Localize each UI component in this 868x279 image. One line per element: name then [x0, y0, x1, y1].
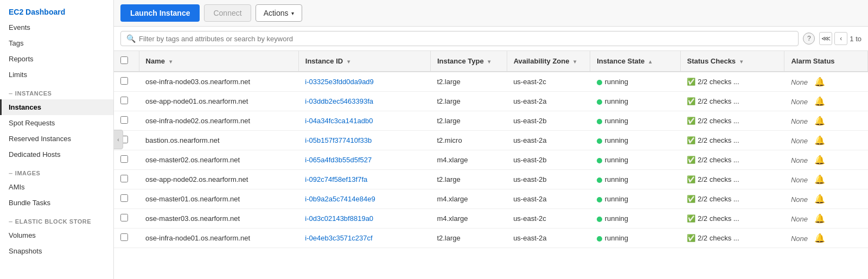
section-label: ELASTIC BLOCK STORE — [15, 218, 91, 225]
row-az: us-east-2b — [507, 111, 590, 131]
row-instance-type: m4.xlarge — [430, 189, 507, 209]
row-status: ✅2/2 checks ... — [680, 131, 784, 150]
sidebar-item-spot-requests[interactable]: Spot Requests — [0, 115, 113, 131]
sort-icon-id: ▾ — [347, 59, 350, 65]
sidebar-item-ec2dashboard[interactable]: EC2 Dashboard — [0, 0, 113, 20]
filter-bar: 🔍 ? ⋘ ‹ 1 to — [114, 27, 868, 51]
launch-instance-button[interactable]: Launch Instance — [120, 4, 200, 22]
alarm-icon[interactable]: 🔔 — [814, 233, 825, 243]
row-name: ose-app-node01.os.nearform.net — [139, 92, 298, 111]
row-instance-id[interactable]: i-03ddb2ec5463393fa — [298, 92, 430, 111]
sidebar-item-volumes[interactable]: Volumes — [0, 227, 113, 243]
row-checkbox[interactable] — [120, 77, 128, 85]
sidebar-item-tags[interactable]: Tags — [0, 35, 113, 51]
row-instance-id[interactable]: i-03325e3fdd0da9ad9 — [298, 72, 430, 92]
state-dot — [597, 158, 602, 163]
col-header-instance-type[interactable]: Instance Type ▾ — [430, 51, 507, 72]
row-status: ✅2/2 checks ... — [680, 72, 784, 92]
row-status: ✅2/2 checks ... — [680, 229, 784, 248]
pagination-first-button[interactable]: ⋘ — [819, 32, 832, 45]
row-name: ose-infra-node01.os.nearform.net — [139, 229, 298, 248]
chevron-down-icon: ▾ — [291, 10, 294, 16]
row-checkbox-cell — [114, 72, 139, 92]
row-az: us-east-2a — [507, 131, 590, 150]
row-instance-id[interactable]: i-05b157f377410f33b — [298, 131, 430, 150]
row-instance-id[interactable]: i-0e4eb3c3571c237cf — [298, 229, 430, 248]
sidebar-item-reports[interactable]: Reports — [0, 51, 113, 67]
alarm-icon[interactable]: 🔔 — [814, 97, 825, 106]
alarm-icon[interactable]: 🔔 — [814, 214, 825, 223]
row-alarm: None 🔔 — [784, 170, 868, 189]
row-instance-id[interactable]: i-065a4fd3b55d5f527 — [298, 150, 430, 170]
table-row: ose-app-node01.os.nearform.net i-03ddb2e… — [114, 92, 868, 111]
row-status: ✅2/2 checks ... — [680, 209, 784, 229]
table-row: ose-master02.os.nearform.net i-065a4fd3b… — [114, 150, 868, 170]
status-check-icon: ✅ — [687, 175, 695, 183]
sidebar-item-events[interactable]: Events — [0, 20, 113, 35]
alarm-icon[interactable]: 🔔 — [814, 175, 825, 184]
sidebar-item-dedicated-hosts[interactable]: Dedicated Hosts — [0, 147, 113, 162]
sidebar-item-bundle-tasks[interactable]: Bundle Tasks — [0, 195, 113, 211]
pagination-label: 1 to — [850, 35, 861, 43]
sidebar-item-amis[interactable]: AMIs — [0, 179, 113, 195]
row-instance-id[interactable]: i-092c74f58ef13f7fa — [298, 170, 430, 189]
header-checkbox-cell — [114, 51, 139, 72]
alarm-icon[interactable]: 🔔 — [814, 77, 825, 86]
row-name: ose-infra-node02.os.nearform.net — [139, 111, 298, 131]
row-state: running — [590, 92, 680, 111]
table-header-row: Name ▾ Instance ID ▾ Instance Type ▾ Ava… — [114, 51, 868, 72]
row-checkbox-cell — [114, 170, 139, 189]
col-header-status[interactable]: Status Checks ▾ — [680, 51, 784, 72]
sidebar-collapse-handle[interactable]: ‹ — [114, 130, 123, 149]
row-instance-type: t2.large — [430, 72, 507, 92]
row-checkbox[interactable] — [120, 175, 128, 182]
instances-table: Name ▾ Instance ID ▾ Instance Type ▾ Ava… — [114, 51, 868, 248]
section-dash: – — [9, 217, 13, 225]
row-name: ose-master03.os.nearform.net — [139, 209, 298, 229]
row-checkbox[interactable] — [120, 214, 128, 221]
state-dot — [597, 217, 602, 222]
sidebar-item-snapshots[interactable]: Snapshots — [0, 243, 113, 259]
row-instance-id[interactable]: i-0d3c02143bf8819a0 — [298, 209, 430, 229]
row-instance-type: t2.large — [430, 111, 507, 131]
toolbar: Launch Instance Connect Actions ▾ — [114, 0, 868, 27]
row-checkbox[interactable] — [120, 97, 128, 104]
row-checkbox[interactable] — [120, 116, 128, 124]
row-checkbox[interactable] — [120, 233, 128, 241]
row-state: running — [590, 131, 680, 150]
row-alarm: None 🔔 — [784, 229, 868, 248]
sidebar-item-limits[interactable]: Limits — [0, 67, 113, 83]
row-checkbox[interactable] — [120, 155, 128, 163]
row-alarm: None 🔔 — [784, 92, 868, 111]
filter-input-wrap[interactable]: 🔍 — [120, 31, 799, 46]
row-instance-id[interactable]: i-0b9a2a5c7414e84e9 — [298, 189, 430, 209]
status-check-icon: ✅ — [687, 214, 695, 223]
col-header-name[interactable]: Name ▾ — [139, 51, 298, 72]
alarm-icon[interactable]: 🔔 — [814, 194, 825, 204]
alarm-icon[interactable]: 🔔 — [814, 136, 825, 145]
col-header-instance-id[interactable]: Instance ID ▾ — [298, 51, 430, 72]
table-body: ose-infra-node03.os.nearform.net i-03325… — [114, 72, 868, 248]
row-checkbox[interactable] — [120, 194, 128, 202]
col-header-state[interactable]: Instance State ▴ — [590, 51, 680, 72]
actions-button[interactable]: Actions ▾ — [256, 4, 302, 22]
row-status: ✅2/2 checks ... — [680, 170, 784, 189]
alarm-icon[interactable]: 🔔 — [814, 116, 825, 125]
alarm-icon[interactable]: 🔔 — [814, 155, 825, 164]
sidebar-item-instances[interactable]: Instances — [0, 99, 113, 115]
row-status: ✅2/2 checks ... — [680, 189, 784, 209]
row-instance-id[interactable]: i-04a34fc3ca141adb0 — [298, 111, 430, 131]
pagination-prev-button[interactable]: ‹ — [834, 32, 847, 45]
help-icon[interactable]: ? — [803, 33, 815, 45]
row-instance-type: m4.xlarge — [430, 150, 507, 170]
row-az: us-east-2c — [507, 209, 590, 229]
state-dot — [597, 177, 602, 183]
row-az: us-east-2a — [507, 189, 590, 209]
search-input[interactable] — [139, 35, 793, 43]
select-all-checkbox[interactable] — [120, 56, 128, 64]
alarm-none-label: None — [791, 98, 808, 106]
alarm-none-label: None — [791, 234, 808, 243]
sidebar-item-reserved-instances[interactable]: Reserved Instances — [0, 131, 113, 147]
section-dash: – — [9, 89, 13, 97]
col-header-az[interactable]: Availability Zone ▾ — [507, 51, 590, 72]
